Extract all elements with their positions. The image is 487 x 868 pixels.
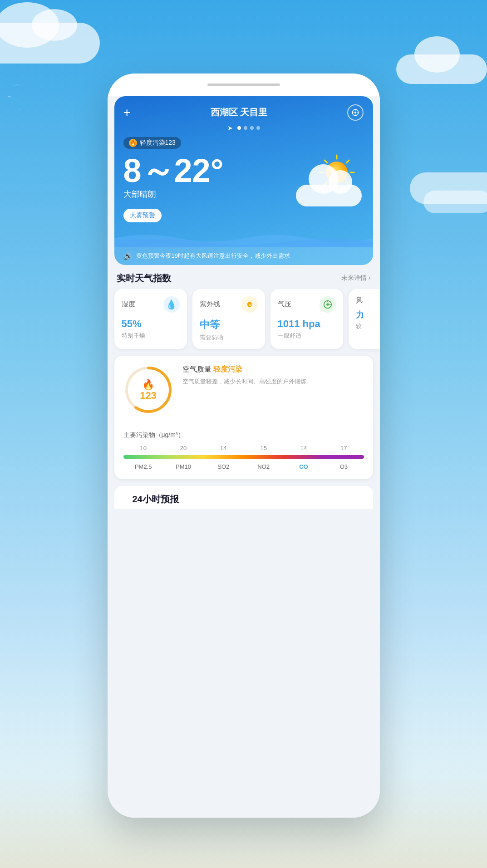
- temperature-value: 8～22°: [123, 154, 224, 187]
- realtime-section-header: 实时天气指数 未来详情 ›: [108, 265, 380, 289]
- forecast-24h-title: 24小时预报: [123, 489, 188, 508]
- aqi-gauge: 🔥 123: [123, 365, 173, 415]
- no2-label: NO2: [243, 463, 283, 470]
- card-topbar: + 西湖区 天目里: [114, 96, 373, 124]
- warning-badge[interactable]: 大雾预警: [123, 209, 162, 222]
- svg-point-1: [354, 111, 357, 113]
- location-icon: [351, 108, 359, 117]
- pagination-dots: ➤: [114, 124, 373, 135]
- wave-svg: [114, 229, 373, 247]
- index-cards-container: 湿度 💧 55% 特别干燥 紫外线 UV: [108, 289, 380, 356]
- notch-bar: [207, 83, 280, 86]
- pressure-icon: [320, 296, 336, 313]
- aqi-top: 🔥 123 空气质量 轻度污染 空气质量较差，减少长时间、高强度的户外锻炼。: [123, 365, 364, 415]
- pollutant-labels-row: PM2.5 PM10 SO2 NO2 CO O3: [123, 463, 364, 470]
- svg-text:UV: UV: [247, 303, 252, 306]
- uv-sun-icon: UV: [245, 299, 255, 309]
- phone-notch: [108, 74, 380, 96]
- dot-4[interactable]: [256, 126, 260, 130]
- aqi-flame-icon: 🔥: [142, 379, 154, 390]
- uv-icon: UV: [241, 296, 258, 313]
- temperature-section: 8～22° 大部晴朗 大雾预警: [114, 154, 373, 222]
- uv-label: 紫外线: [200, 300, 220, 309]
- wind-sub: 较: [356, 322, 378, 330]
- dot-1[interactable]: [237, 126, 241, 130]
- aqi-badge: 🔥 轻度污染123: [123, 137, 181, 149]
- humidity-label: 湿度: [122, 300, 135, 309]
- humidity-card: 湿度 💧 55% 特别干燥: [114, 289, 187, 349]
- pm25-val: 10: [123, 445, 163, 451]
- svg-line-13: [325, 160, 327, 163]
- dot-2[interactable]: [244, 126, 247, 130]
- humidity-sub: 特别干燥: [122, 332, 180, 340]
- weather-description: 大部晴朗: [123, 189, 224, 200]
- bg-cloud-right: [396, 54, 487, 84]
- pressure-sub: 一般舒适: [278, 332, 336, 340]
- forecast-24h-section: 24小时预报: [114, 486, 373, 509]
- location-icon-button[interactable]: [347, 104, 364, 121]
- aqi-description: 空气质量较差，减少长时间、高强度的户外锻炼。: [182, 377, 312, 386]
- warning-text: 黄色预警今夜19时起有大风请注意出行安全，减少外出需求: [136, 252, 290, 260]
- pm25-label: PM2.5: [123, 463, 163, 470]
- phone-frame: + 西湖区 天目里 ➤: [108, 74, 380, 818]
- pollutant-title: 主要污染物（μg/m³）: [123, 431, 364, 439]
- svg-point-18: [326, 303, 329, 306]
- bird-3: ⌒: [18, 109, 22, 115]
- co-val: 14: [284, 445, 324, 451]
- no2-val: 15: [243, 445, 283, 451]
- air-quality-section: 🔥 123 空气质量 轻度污染 空气质量较差，减少长时间、高强度的户外锻炼。 主: [114, 356, 373, 479]
- uv-sub: 需要防晒: [200, 333, 258, 342]
- cloud-illustration: [296, 176, 364, 206]
- speaker-icon: 🔊: [123, 252, 133, 260]
- add-location-button[interactable]: +: [123, 105, 131, 120]
- dot-3[interactable]: [250, 126, 254, 130]
- humidity-value: 55%: [122, 318, 180, 330]
- o3-label: O3: [324, 463, 364, 470]
- pressure-value: 1011 hpa: [278, 318, 336, 330]
- aqi-info: 空气质量 轻度污染 空气质量较差，减少长时间、高强度的户外锻炼。: [182, 365, 312, 386]
- aqi-title-row: 空气质量 轻度污染: [182, 365, 312, 374]
- pressure-card: 气压 1011 hpa 一般舒适: [271, 289, 343, 349]
- pm10-val: 20: [163, 445, 203, 451]
- humidity-icon: 💧: [163, 296, 180, 313]
- co-label: CO: [284, 463, 324, 470]
- aqi-level: 轻度污染: [213, 365, 242, 373]
- wind-label: 风: [356, 296, 378, 305]
- aqi-badge-icon: 🔥: [129, 139, 137, 147]
- uv-value: 中等: [200, 318, 258, 332]
- so2-val: 14: [203, 445, 243, 451]
- aqi-number: 123: [140, 391, 157, 401]
- aqi-center: 🔥 123: [140, 379, 157, 401]
- so2-label: SO2: [203, 463, 243, 470]
- pollution-gradient-bar: [123, 455, 364, 459]
- bird-1: ⌒: [14, 84, 20, 92]
- svg-line-7: [346, 160, 349, 163]
- wind-card-partial: 风 力 较: [349, 289, 380, 349]
- temp-left: 8～22° 大部晴朗 大雾预警: [123, 154, 224, 222]
- app-content: + 西湖区 天目里 ➤: [108, 96, 380, 818]
- wind-value: 力: [356, 309, 378, 320]
- nav-arrow: ➤: [227, 124, 233, 132]
- bird-2: ⌒: [7, 95, 12, 102]
- uv-card: 紫外线 UV 中等 需要防晒: [192, 289, 265, 349]
- future-detail-link[interactable]: 未来详情 ›: [341, 274, 371, 282]
- bg-cloud-left: [0, 23, 100, 64]
- location-title: 西湖区 天目里: [211, 106, 268, 118]
- realtime-title: 实时天气指数: [117, 272, 171, 284]
- cloud-right-lower: [423, 191, 487, 213]
- pm10-label: PM10: [163, 463, 203, 470]
- pollutant-section: 主要污染物（μg/m³） 10 20 14 15 14 17 PM2.5 PM1…: [123, 424, 364, 470]
- weather-illustration: [287, 152, 364, 211]
- aqi-badge-text: 轻度污染123: [140, 139, 176, 147]
- warning-ticker: 🔊 黄色预警今夜19时起有大风请注意出行安全，减少外出需求: [114, 247, 373, 265]
- wave-area: [114, 229, 373, 247]
- aqi-title-label: 空气质量: [182, 365, 212, 373]
- pressure-gauge-icon: [323, 299, 333, 309]
- o3-val: 17: [324, 445, 364, 451]
- pollutant-values-row: 10 20 14 15 14 17: [123, 445, 364, 451]
- weather-main-card: + 西湖区 天目里 ➤: [114, 96, 373, 265]
- pressure-label: 气压: [278, 300, 291, 309]
